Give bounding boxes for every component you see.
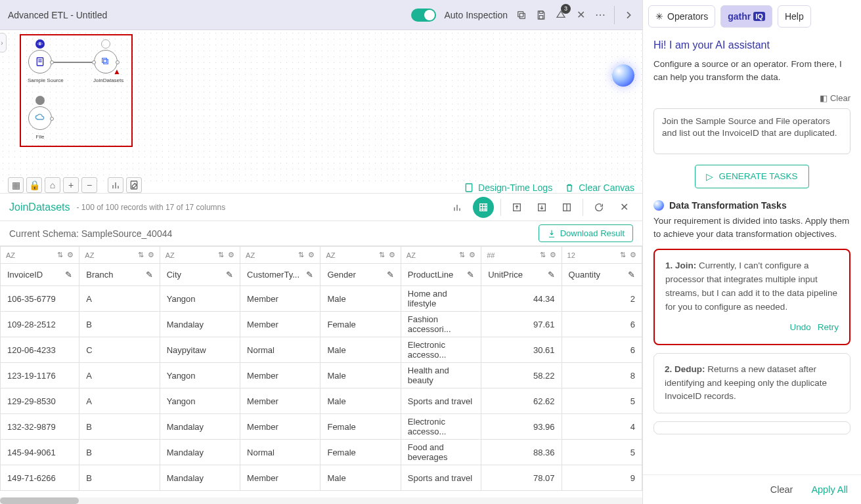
pencil-icon[interactable]: ✎ <box>306 270 313 280</box>
forward-icon[interactable] <box>623 9 634 21</box>
footer-clear-button[interactable]: Clear <box>770 484 793 495</box>
column-header[interactable]: CustomerTy...✎ <box>240 264 320 286</box>
sort-icon[interactable]: ⇅ <box>379 251 385 259</box>
pencil-icon[interactable]: ✎ <box>548 270 555 280</box>
table-row[interactable]: 132-32-9879BMandalayMemberFemaleElectron… <box>1 414 642 440</box>
gear-icon[interactable]: ⚙ <box>67 251 74 259</box>
canvas[interactable]: › 👁 Sample Source ▲ JoinDatasets <box>0 30 642 184</box>
gear-icon[interactable]: ⚙ <box>148 251 154 259</box>
task-card[interactable]: 3. Select: Retrieve only the InvoiceID <box>653 421 850 434</box>
sort-icon[interactable]: ⇅ <box>620 251 626 259</box>
node-join-datasets[interactable]: ▲ JoinDatasets <box>93 39 118 83</box>
notifications-icon[interactable]: 3 <box>555 9 567 21</box>
download-result-button[interactable]: Download Result <box>539 224 633 242</box>
assistant-orb-icon[interactable] <box>612 64 634 87</box>
refresh-icon[interactable] <box>590 198 608 217</box>
table-cell: 58.22 <box>481 363 562 388</box>
operators-icon: ✳ <box>655 11 663 22</box>
table-row[interactable]: 109-28-2512BMandalayMemberFemaleFashion … <box>1 312 642 337</box>
bar-chart-icon[interactable] <box>448 198 466 217</box>
close-icon[interactable]: ✕ <box>575 9 586 21</box>
tasks-desc: Your requirement is divided into tasks. … <box>653 215 850 242</box>
sort-icon[interactable]: ⇅ <box>138 251 144 259</box>
apply-all-button[interactable]: Apply All <box>811 484 848 495</box>
tasks-title: Data Transformation Tasks <box>653 200 850 211</box>
more-icon[interactable]: ⋯ <box>594 9 606 21</box>
undo-link[interactable]: Undo <box>789 322 810 332</box>
gear-icon[interactable]: ⚙ <box>228 251 234 259</box>
edit-icon[interactable] <box>126 177 142 193</box>
sort-icon[interactable]: ⇅ <box>459 251 465 259</box>
gear-icon[interactable]: ⚙ <box>469 251 475 259</box>
pencil-icon[interactable]: ✎ <box>387 270 394 280</box>
tab-gathr-iq[interactable]: gathrIQ <box>720 5 772 28</box>
table-row[interactable]: 106-35-6779AYangonMemberMaleHome and lif… <box>1 286 642 312</box>
grid-icon[interactable]: ▦ <box>8 177 24 193</box>
task-card[interactable]: 2. Dedup: Returns a new dataset after id… <box>653 353 850 414</box>
import-icon[interactable] <box>533 198 551 217</box>
generate-tasks-button[interactable]: ▷ GENERATE TASKS <box>695 165 808 188</box>
table-view-icon[interactable] <box>473 197 494 218</box>
sort-icon[interactable]: ⇅ <box>57 251 63 259</box>
gear-icon[interactable]: ⚙ <box>550 251 556 259</box>
table-row[interactable]: 120-06-4233CNaypyitawNormalMaleElectroni… <box>1 337 642 363</box>
task-card[interactable]: 1. Join: Currently, I can't configure a … <box>653 249 850 345</box>
pencil-icon[interactable]: ✎ <box>467 270 474 280</box>
column-header[interactable]: City✎ <box>160 264 240 286</box>
column-type-cell: AZ⇅⚙ <box>401 247 481 264</box>
split-icon[interactable] <box>558 198 576 217</box>
table-row[interactable]: 123-19-1176AYangonMemberMaleHealth and b… <box>1 363 642 388</box>
column-header[interactable]: Gender✎ <box>320 264 401 286</box>
pencil-icon[interactable]: ✎ <box>226 270 233 280</box>
pencil-icon[interactable]: ✎ <box>146 270 153 280</box>
prompt-textarea[interactable]: Join the Sample Source and File operator… <box>653 108 850 154</box>
table-row[interactable]: 129-29-8530AYangonMemberMaleSports and t… <box>1 388 642 414</box>
lock-icon[interactable]: 🔒 <box>26 177 42 193</box>
table-cell: 78.07 <box>481 465 562 491</box>
clear-canvas-link[interactable]: Clear Canvas <box>564 182 634 193</box>
svg-rect-17 <box>480 203 487 211</box>
clear-prompt-link[interactable]: ◧ Clear <box>820 93 850 103</box>
column-header[interactable]: InvoiceID✎ <box>1 264 79 286</box>
scroll-thumb[interactable] <box>0 497 79 504</box>
table-cell: 2 <box>562 286 642 312</box>
column-type-cell: AZ⇅⚙ <box>79 247 160 264</box>
chart-icon[interactable] <box>108 177 123 193</box>
retry-link[interactable]: Retry <box>818 322 839 332</box>
home-icon[interactable]: ⌂ <box>45 177 60 193</box>
gear-icon[interactable]: ⚙ <box>630 251 636 259</box>
table-cell: 88.36 <box>481 440 562 465</box>
pencil-icon[interactable]: ✎ <box>628 270 635 280</box>
tab-operators[interactable]: ✳ Operators <box>648 5 715 28</box>
design-time-logs-link[interactable]: Design-Time Logs <box>464 182 552 193</box>
sort-icon[interactable]: ⇅ <box>298 251 304 259</box>
sort-icon[interactable]: ⇅ <box>218 251 224 259</box>
horizontal-scrollbar[interactable] <box>0 497 642 504</box>
table-row[interactable]: 149-71-6266BMandalayMemberMaleSports and… <box>1 465 642 491</box>
column-header[interactable]: UnitPrice✎ <box>481 264 562 286</box>
table-row[interactable]: 145-94-9061BMandalayNormalFemaleFood and… <box>1 440 642 465</box>
save-icon[interactable] <box>535 9 547 21</box>
node-file[interactable]: File <box>28 96 53 140</box>
export-icon[interactable] <box>508 198 526 217</box>
plus-icon[interactable]: + <box>63 177 79 193</box>
gear-icon[interactable]: ⚙ <box>389 251 395 259</box>
auto-inspection-toggle[interactable] <box>411 9 436 22</box>
sort-icon[interactable]: ⇅ <box>540 251 546 259</box>
column-header[interactable]: ProductLine✎ <box>401 264 481 286</box>
node-sample-source[interactable]: 👁 Sample Source <box>28 39 53 83</box>
svg-rect-7 <box>104 60 108 64</box>
orb-icon <box>653 200 664 211</box>
gear-icon[interactable]: ⚙ <box>308 251 315 259</box>
column-header[interactable]: Branch✎ <box>79 264 160 286</box>
minus-icon[interactable]: − <box>81 177 97 193</box>
data-grid[interactable]: AZ⇅⚙AZ⇅⚙AZ⇅⚙AZ⇅⚙AZ⇅⚙AZ⇅⚙##⇅⚙12⇅⚙ Invoice… <box>0 245 642 504</box>
tab-help[interactable]: Help <box>778 5 811 28</box>
svg-rect-1 <box>518 11 523 16</box>
column-header[interactable]: Quantity✎ <box>562 264 642 286</box>
copy-icon[interactable] <box>516 9 527 21</box>
pencil-icon[interactable]: ✎ <box>65 270 72 280</box>
expand-handle[interactable]: › <box>0 33 7 52</box>
table-cell: 120-06-4233 <box>1 337 79 363</box>
close-panel-icon[interactable]: ✕ <box>615 198 633 217</box>
